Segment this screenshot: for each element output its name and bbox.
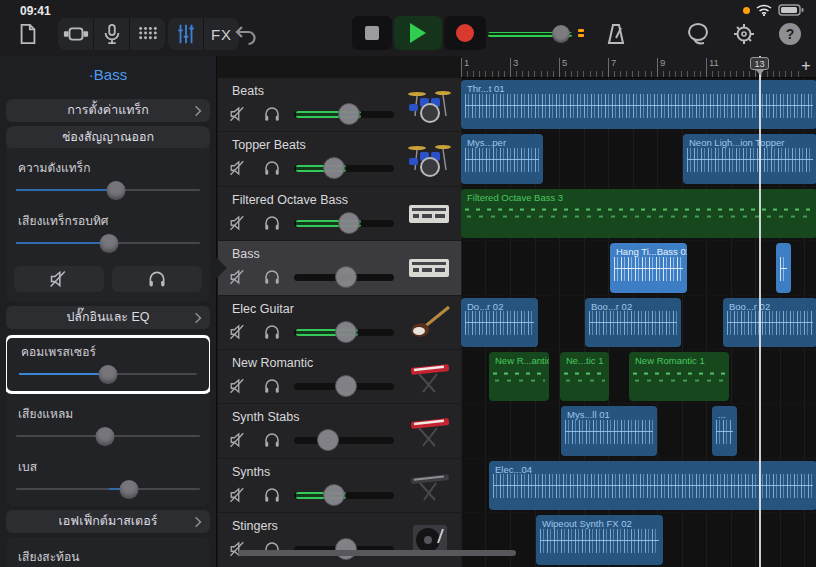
headphones-icon[interactable] xyxy=(260,265,284,289)
master-volume-knob[interactable] xyxy=(552,25,570,43)
track-mute-button[interactable] xyxy=(14,266,104,292)
track-volume-slider[interactable] xyxy=(294,428,394,452)
track-header-synths[interactable]: Synths xyxy=(218,459,461,512)
metronome-button[interactable] xyxy=(600,18,632,50)
play-button[interactable] xyxy=(394,16,442,50)
slider-knob[interactable] xyxy=(95,427,114,446)
region[interactable]: Thr...t 01 xyxy=(461,80,816,129)
region[interactable]: Mys...ll 01 xyxy=(561,406,657,455)
mic-input-icon[interactable] xyxy=(94,18,129,50)
slider-knob[interactable] xyxy=(338,212,360,234)
region[interactable]: Boo...r 02 xyxy=(585,298,681,347)
headphones-icon[interactable] xyxy=(260,102,284,126)
track-solo-headphones-button[interactable] xyxy=(112,266,202,292)
track-header-bass[interactable]: Bass xyxy=(218,241,461,294)
mute-icon[interactable] xyxy=(226,265,250,289)
mute-icon[interactable] xyxy=(226,320,250,344)
track-header-stingers[interactable]: Stingers xyxy=(218,513,461,566)
mute-icon[interactable] xyxy=(226,483,250,507)
region[interactable]: Boo...r 02 xyxy=(723,298,816,347)
mute-icon[interactable] xyxy=(226,428,250,452)
help-button[interactable]: ? xyxy=(774,18,806,50)
track-header-elec-guitar[interactable]: Elec Guitar xyxy=(218,296,461,349)
track-volume-slider[interactable] xyxy=(294,374,394,398)
master-effects-button[interactable]: เอฟเฟ็กต์มาสเตอร์ xyxy=(6,510,210,533)
track-header-synth-stabs[interactable]: Synth Stabs xyxy=(218,404,461,457)
slider-knob[interactable] xyxy=(323,157,345,179)
region[interactable]: ... xyxy=(712,406,737,455)
slider-knob[interactable] xyxy=(323,484,345,506)
track-header-filtered-octave-bass[interactable]: Filtered Octave Bass xyxy=(218,187,461,240)
live-loops-grid-icon[interactable] xyxy=(130,18,165,50)
slider-knob[interactable] xyxy=(338,103,360,125)
region[interactable]: Ne...tic 1 xyxy=(560,352,609,401)
timeline-row-bass[interactable]: Hang Ti...Bass 02 xyxy=(461,241,816,294)
track-header-beats[interactable]: Beats xyxy=(218,78,461,131)
timeline-row-elec-guitar[interactable]: Do...r 02Boo...r 02Boo...r 02 xyxy=(461,296,816,349)
slider-knob[interactable] xyxy=(317,429,339,451)
track-header-topper-beats[interactable]: Topper Beats xyxy=(218,132,461,185)
track-volume-slider[interactable] xyxy=(294,211,394,235)
plugins-eq-button[interactable]: ปลั๊กอินและ EQ xyxy=(6,306,210,329)
add-track-button[interactable]: + xyxy=(798,56,814,76)
region[interactable]: Filtered Octave Bass 3 xyxy=(461,189,816,238)
loop-browser-button[interactable] xyxy=(682,18,714,50)
playhead-line[interactable]: 13 xyxy=(759,56,761,567)
record-button[interactable] xyxy=(444,16,486,50)
headphones-icon[interactable] xyxy=(260,211,284,235)
audio-adapter-icon[interactable] xyxy=(58,18,93,50)
track-volume-slider[interactable] xyxy=(294,265,394,289)
slider-knob[interactable] xyxy=(98,365,117,384)
master-volume-slider[interactable] xyxy=(488,24,588,44)
horizontal-scrollbar[interactable] xyxy=(238,550,516,556)
slider-knob[interactable] xyxy=(335,266,357,288)
mute-icon[interactable] xyxy=(226,211,250,235)
region[interactable]: Wipeout Synth FX 02 xyxy=(536,515,663,564)
my-songs-button[interactable] xyxy=(12,18,44,50)
region[interactable] xyxy=(776,243,791,292)
region[interactable]: Elec...04 xyxy=(489,461,816,510)
headphones-icon[interactable] xyxy=(260,374,284,398)
treble-slider[interactable] xyxy=(16,425,200,447)
region[interactable]: Mys...per xyxy=(461,134,543,183)
track-volume-slider[interactable] xyxy=(16,179,200,201)
slider-knob[interactable] xyxy=(119,480,138,499)
mute-icon[interactable] xyxy=(226,102,250,126)
region[interactable]: New R...antic 1 xyxy=(489,352,549,401)
compressor-slider[interactable] xyxy=(19,363,197,385)
timeline-row-stingers[interactable]: Wipeout Synth FX 02 xyxy=(461,513,816,566)
playhead-marker[interactable]: 13 xyxy=(750,57,769,70)
track-settings-button[interactable]: การตั้งค่าแทร็ก xyxy=(6,99,210,122)
settings-gear-button[interactable] xyxy=(728,18,760,50)
mute-icon[interactable] xyxy=(226,374,250,398)
track-volume-slider[interactable] xyxy=(294,320,394,344)
undo-button[interactable] xyxy=(230,18,262,50)
slider-knob[interactable] xyxy=(106,181,125,200)
headphones-icon[interactable] xyxy=(260,483,284,507)
timeline-row-new-romantic[interactable]: New R...antic 1Ne...tic 1New Romantic 1 xyxy=(461,350,816,403)
track-controls-icon[interactable] xyxy=(168,18,203,50)
slider-knob[interactable] xyxy=(99,234,118,253)
region[interactable]: Hang Ti...Bass 02 xyxy=(610,243,687,292)
region[interactable]: Do...r 02 xyxy=(461,298,538,347)
headphones-icon[interactable] xyxy=(260,156,284,180)
region[interactable]: New Romantic 1 xyxy=(629,352,729,401)
track-volume-slider[interactable] xyxy=(294,102,394,126)
track-volume-slider[interactable] xyxy=(294,156,394,180)
slider-knob[interactable] xyxy=(335,375,357,397)
stop-button[interactable] xyxy=(352,16,392,50)
headphones-icon[interactable] xyxy=(260,320,284,344)
timeline-row-beats[interactable]: Thr...t 01 xyxy=(461,78,816,131)
slider-knob[interactable] xyxy=(335,321,357,343)
headphones-icon[interactable] xyxy=(260,428,284,452)
track-pan-slider[interactable] xyxy=(16,232,200,254)
timeline-row-topper-beats[interactable]: Mys...perNeon Ligh...ion Topper xyxy=(461,132,816,185)
track-header-new-romantic[interactable]: New Romantic xyxy=(218,350,461,403)
timeline-row-filtered-octave-bass[interactable]: Filtered Octave Bass 3 xyxy=(461,187,816,240)
region[interactable]: Neon Ligh...ion Topper xyxy=(683,134,816,183)
bass-slider[interactable] xyxy=(16,478,200,500)
timeline-row-synths[interactable]: Elec...04 xyxy=(461,459,816,512)
mute-icon[interactable] xyxy=(226,156,250,180)
track-volume-slider[interactable] xyxy=(294,483,394,507)
timeline-row-synth-stabs[interactable]: Mys...ll 01... xyxy=(461,404,816,457)
